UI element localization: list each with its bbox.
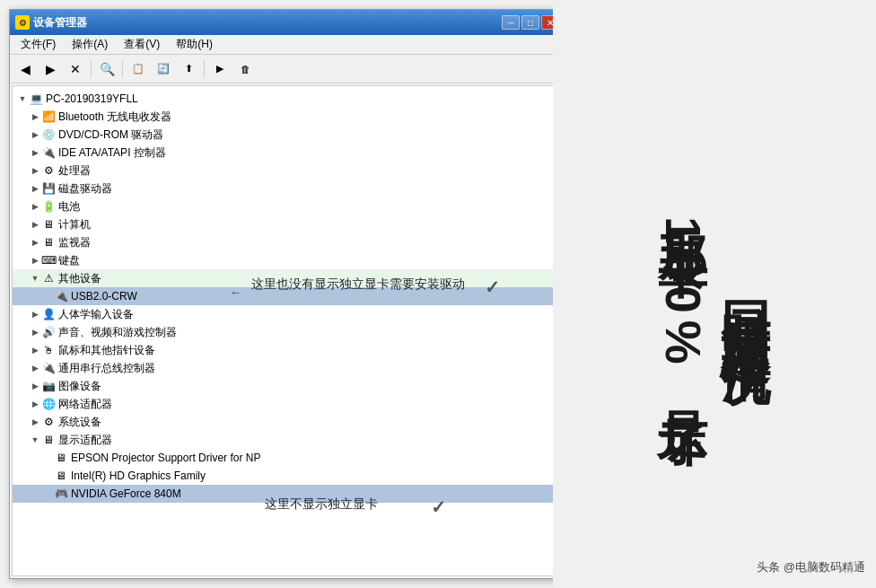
expander-audio: ▶ — [29, 326, 41, 338]
icon-mouse: 🖱 — [41, 343, 56, 357]
device-manager-window: ⚙ 设备管理器 ─ □ ✕ 文件(F) 操作(A) 查看(V) 帮助(H) ◀ … — [9, 9, 565, 579]
menu-view[interactable]: 查看(V) — [117, 35, 167, 54]
icon-hid: 👤 — [41, 307, 56, 321]
icon-audio: 🔊 — [41, 325, 56, 339]
label-epson: EPSON Projector Support Driver for NP — [71, 452, 260, 464]
label-comp: 计算机 — [58, 217, 91, 233]
icon-bt: 📶 — [41, 110, 56, 124]
expander-mon: ▶ — [29, 236, 41, 249]
expander-disp: ▼ — [29, 434, 41, 446]
toolbar-stop[interactable]: ✕ — [64, 58, 87, 80]
expander-other: ▼ — [29, 272, 41, 285]
tree-mouse[interactable]: ▶ 🖱 鼠标和其他指针设备 — [13, 341, 562, 359]
label-intel: Intel(R) HD Graphics Family — [71, 470, 206, 482]
icon-ide: 🔌 — [41, 145, 56, 160]
label-hid: 人体学输入设备 — [58, 307, 134, 322]
tree-root[interactable]: ▼ 💻 PC-20190319YFLL — [13, 90, 562, 108]
icon-kb: ⌨ — [41, 253, 56, 268]
vertical-text-left: 那显卡100%是坏了 — [656, 195, 711, 393]
expander-sys: ▶ — [29, 416, 41, 428]
tree-camera[interactable]: ▶ 📷 图像设备 — [13, 377, 562, 395]
toolbar-sep3 — [204, 60, 205, 78]
checkmark1: ✓ — [485, 276, 500, 298]
toolbar: ◀ ▶ ✕ 🔍 📋 🔄 ⬆ ▶ 🗑 — [10, 55, 565, 83]
tree-dvd[interactable]: ▶ 💿 DVD/CD-ROM 驱动器 — [13, 126, 562, 144]
icon-other: ⚠ — [41, 271, 56, 285]
expander-cpu: ▶ — [29, 164, 41, 177]
tree-disk[interactable]: ▶ 💾 磁盘驱动器 — [13, 180, 562, 197]
expander-kb: ▶ — [29, 254, 41, 267]
tree-other-devices[interactable]: ▼ ⚠ 其他设备 — [13, 269, 562, 287]
label-disp: 显示适配器 — [58, 433, 112, 448]
tree-bluetooth[interactable]: ▶ 📶 Bluetooth 无线电收发器 — [13, 108, 562, 126]
menu-file[interactable]: 文件(F) — [13, 35, 63, 54]
minimize-button[interactable]: ─ — [502, 15, 520, 30]
icon-net: 🌐 — [41, 397, 56, 411]
tree-network[interactable]: ▶ 🌐 网络适配器 — [13, 395, 562, 413]
title-bar: ⚙ 设备管理器 ─ □ ✕ — [10, 10, 565, 35]
maximize-button[interactable]: □ — [521, 15, 539, 30]
tree-system[interactable]: ▶ ⚙ 系统设备 — [13, 413, 562, 431]
toolbar-scan[interactable]: 🔄 — [152, 58, 175, 80]
expander-nvidia — [41, 487, 54, 500]
expander-usb — [41, 290, 54, 303]
toolbar-update[interactable]: ⬆ — [177, 58, 200, 80]
tree-hid[interactable]: ▶ 👤 人体学输入设备 — [13, 305, 562, 323]
label-usb: USB2.0-CRW — [71, 290, 137, 303]
tree-computer[interactable]: ▶ 🖥 计算机 — [13, 215, 562, 233]
menu-help[interactable]: 帮助(H) — [169, 35, 220, 54]
title-buttons: ─ □ ✕ — [502, 15, 559, 30]
icon-cam: 📷 — [41, 379, 56, 393]
label-disk: 磁盘驱动器 — [58, 181, 112, 197]
toolbar-uninstall[interactable]: 🗑 — [233, 58, 257, 80]
label-ide: IDE ATA/ATAPI 控制器 — [58, 145, 166, 161]
arrow1: ← — [230, 285, 241, 299]
expander-comp: ▶ — [29, 218, 41, 231]
tree-ide[interactable]: ▶ 🔌 IDE ATA/ATAPI 控制器 — [13, 144, 562, 162]
icon-disk: 💾 — [41, 181, 56, 196]
tree-monitor[interactable]: ▶ 🖥 监视器 — [13, 233, 562, 251]
toolbar-enable[interactable]: ▶ — [208, 58, 232, 80]
label-usb-ctrl: 通用串行总线控制器 — [58, 361, 155, 376]
window-title: 设备管理器 — [33, 15, 87, 31]
expander-hid: ▶ — [29, 308, 41, 320]
menu-action[interactable]: 操作(A) — [65, 35, 115, 54]
toolbar-sep1 — [91, 60, 92, 78]
toolbar-properties[interactable]: 📋 — [127, 58, 150, 80]
tree-intel[interactable]: 🖥 Intel(R) HD Graphics Family — [13, 467, 562, 485]
tree-keyboard[interactable]: ▶ ⌨ 键盘 — [13, 251, 562, 269]
icon-dvd: 💿 — [41, 127, 56, 142]
tree-view[interactable]: ▼ 💻 PC-20190319YFLL ▶ 📶 Bluetooth 无线电收发器… — [12, 85, 563, 576]
icon-nvidia: 🎮 — [54, 487, 68, 501]
watermark: 头条 @电脑数码精通 — [757, 559, 865, 575]
expander-epson — [41, 452, 54, 464]
tree-usb-ctrl[interactable]: ▶ 🔌 通用串行总线控制器 — [13, 359, 562, 377]
tree-audio[interactable]: ▶ 🔊 声音、视频和游戏控制器 — [13, 323, 562, 341]
icon-comp: 🖥 — [41, 217, 56, 232]
tree-display[interactable]: ▼ 🖥 显示适配器 — [13, 431, 562, 449]
tree-battery[interactable]: ▶ 🔋 电池 — [13, 197, 562, 215]
tree-cpu[interactable]: ▶ ⚙ 处理器 — [13, 162, 562, 180]
tree-nvidia[interactable]: 🎮 NVIDIA GeForce 840M — [13, 485, 562, 503]
toolbar-back[interactable]: ◀ — [13, 58, 37, 80]
icon-bat: 🔋 — [41, 199, 56, 214]
expander-bt: ▶ — [29, 110, 41, 123]
icon-usb: 🔌 — [54, 289, 68, 303]
expander-bat: ▶ — [29, 200, 41, 213]
tree-epson[interactable]: 🖥 EPSON Projector Support Driver for NP — [13, 449, 562, 467]
expander-root: ▼ — [16, 92, 29, 105]
label-audio: 声音、视频和游戏控制器 — [58, 325, 177, 340]
title-bar-left: ⚙ 设备管理器 — [15, 15, 87, 31]
icon-usb-ctrl: 🔌 — [41, 361, 56, 375]
expander-dvd: ▶ — [29, 128, 41, 141]
icon-epson: 🖥 — [54, 451, 68, 465]
icon-sys: ⚙ — [41, 415, 56, 429]
toolbar-search[interactable]: 🔍 — [95, 58, 118, 80]
content-area: ▼ 💻 PC-20190319YFLL ▶ 📶 Bluetooth 无线电收发器… — [10, 83, 565, 578]
checkmark2: ✓ — [431, 496, 446, 518]
label-cpu: 处理器 — [58, 163, 91, 179]
icon-intel: 🖥 — [54, 469, 68, 483]
menu-bar: 文件(F) 操作(A) 查看(V) 帮助(H) — [10, 35, 565, 55]
tree-usb[interactable]: 🔌 USB2.0-CRW — [13, 287, 562, 305]
toolbar-forward[interactable]: ▶ — [39, 58, 62, 80]
